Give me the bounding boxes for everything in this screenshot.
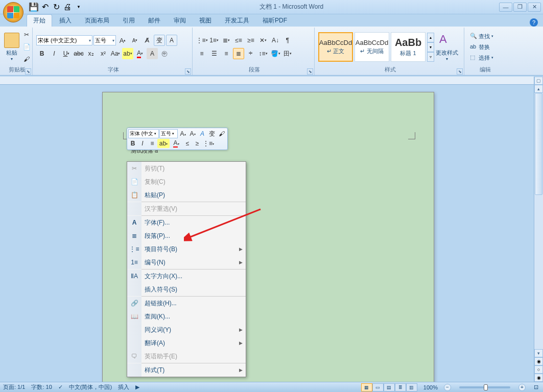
font-size-combo[interactable]: 五号▾ bbox=[93, 35, 116, 45]
status-language[interactable]: 中文(简体，中国) bbox=[69, 383, 112, 391]
view-draft[interactable]: ▥ bbox=[406, 383, 417, 391]
find-button[interactable]: 🔍查找▾ bbox=[468, 32, 495, 41]
change-case-icon[interactable]: Aa▾ bbox=[110, 48, 121, 59]
status-proofing-icon[interactable]: ✓ bbox=[58, 384, 63, 390]
redo-icon[interactable]: ↻ bbox=[51, 2, 61, 12]
zoom-thumb[interactable] bbox=[484, 384, 488, 390]
font-color-icon[interactable]: A▾ bbox=[134, 48, 146, 59]
prev-page-icon[interactable]: ◉ bbox=[534, 357, 543, 365]
menu-insert-symbol[interactable]: 插入符号(S) bbox=[127, 283, 246, 296]
mini-shrink-font-icon[interactable]: A▾ bbox=[188, 129, 197, 138]
status-page[interactable]: 页面: 1/1 bbox=[3, 383, 25, 391]
menu-synonyms[interactable]: 同义词(Y)▶ bbox=[127, 323, 246, 336]
vertical-scrollbar[interactable]: ▢ ▴ ▾ ◉ ○ ◉ bbox=[534, 77, 543, 382]
highlight-icon[interactable]: ab▾ bbox=[122, 48, 133, 59]
copy-icon[interactable]: 📄 bbox=[21, 41, 32, 53]
asian-layout-icon[interactable]: ✕▾ bbox=[257, 35, 269, 46]
status-words[interactable]: 字数: 10 bbox=[31, 383, 52, 391]
style-normal[interactable]: AaBbCcDd ↵ 正文 bbox=[318, 32, 353, 62]
menu-english-assistant[interactable]: 🗨英语助手(E) bbox=[127, 350, 246, 363]
superscript-icon[interactable]: x² bbox=[98, 48, 109, 59]
numbering-icon[interactable]: 1≡▾ bbox=[208, 35, 220, 46]
decrease-indent-icon[interactable]: ≤≡ bbox=[233, 35, 244, 46]
bullets-icon[interactable]: ⋮≡▾ bbox=[196, 35, 207, 46]
multilevel-icon[interactable]: ≣▾ bbox=[221, 35, 232, 46]
mini-center-icon[interactable]: ≡ bbox=[148, 139, 157, 148]
mini-styles-icon[interactable]: A bbox=[198, 129, 207, 138]
qat-dropdown-icon[interactable]: ▼ bbox=[74, 2, 84, 12]
zoom-out-button[interactable]: − bbox=[444, 384, 451, 391]
align-left-icon[interactable]: ≡ bbox=[196, 48, 207, 59]
format-painter-icon[interactable]: 🖌 bbox=[21, 54, 32, 65]
strikethrough-icon[interactable]: abc bbox=[73, 48, 84, 59]
mini-size-combo[interactable]: 五号▾ bbox=[159, 129, 178, 138]
menu-styles[interactable]: 样式(T)▶ bbox=[127, 363, 246, 377]
clear-format-icon[interactable]: A̸ bbox=[141, 35, 153, 46]
mini-font-combo[interactable]: 宋体 (中文▾ bbox=[128, 129, 159, 138]
menu-translate[interactable]: 翻译(A)▶ bbox=[127, 336, 246, 350]
menu-copy[interactable]: 📄复制(C) bbox=[127, 175, 246, 188]
tab-page-layout[interactable]: 页面布局 bbox=[79, 15, 115, 27]
mini-grow-font-icon[interactable]: A▴ bbox=[178, 129, 187, 138]
menu-paragraph[interactable]: ≣段落(P)... bbox=[127, 229, 246, 242]
mini-increase-indent-icon[interactable]: ≥ bbox=[193, 139, 202, 148]
align-center-icon[interactable]: ☰ bbox=[208, 48, 220, 59]
browse-object-icon[interactable]: ○ bbox=[534, 365, 543, 374]
tab-references[interactable]: 引用 bbox=[116, 15, 141, 27]
menu-reconvert[interactable]: 汉字重选(V) bbox=[127, 202, 246, 215]
zoom-slider[interactable] bbox=[459, 386, 510, 388]
office-button[interactable] bbox=[3, 2, 23, 22]
font-launcher[interactable]: ⬊ bbox=[185, 68, 191, 75]
undo-icon[interactable]: ↶ bbox=[40, 2, 50, 12]
next-page-icon[interactable]: ◉ bbox=[534, 374, 543, 382]
char-shading-icon[interactable]: A bbox=[147, 48, 158, 59]
menu-cut[interactable]: ✂剪切(T) bbox=[127, 162, 246, 175]
scroll-thumb[interactable] bbox=[535, 93, 542, 195]
help-icon[interactable]: ? bbox=[530, 18, 538, 27]
replace-button[interactable]: ab替换 bbox=[468, 42, 495, 52]
zoom-in-button[interactable]: + bbox=[518, 384, 526, 391]
tab-review[interactable]: 审阅 bbox=[168, 15, 192, 27]
status-macro-icon[interactable]: ▶ bbox=[135, 384, 139, 390]
paste-button[interactable]: 粘贴 ▾ bbox=[4, 30, 19, 64]
view-print-layout[interactable]: ▦ bbox=[361, 383, 372, 391]
scroll-track[interactable] bbox=[534, 93, 543, 349]
view-outline[interactable]: ≣ bbox=[395, 383, 406, 391]
style-gallery-scroll[interactable]: ▴ ▾ ▿ bbox=[427, 33, 434, 62]
menu-lookup[interactable]: 📖查阅(K)... bbox=[127, 310, 246, 323]
italic-icon[interactable]: I bbox=[49, 48, 60, 59]
view-full-screen[interactable]: ▭ bbox=[372, 383, 384, 391]
chevron-up-icon[interactable]: ▴ bbox=[427, 33, 434, 42]
align-right-icon[interactable]: ≡ bbox=[221, 48, 232, 59]
close-button[interactable]: ✕ bbox=[528, 3, 541, 12]
char-border-icon[interactable]: A bbox=[166, 35, 177, 46]
mini-phonetic-icon[interactable]: 变 bbox=[207, 129, 217, 138]
ruler-toggle-icon[interactable]: ▢ bbox=[534, 77, 543, 85]
zoom-fit-icon[interactable]: ⊡ bbox=[532, 384, 540, 390]
mini-bullets-icon[interactable]: ⋮≡▾ bbox=[202, 139, 215, 148]
minimize-button[interactable]: — bbox=[499, 3, 512, 12]
sort-icon[interactable]: A↓ bbox=[270, 35, 281, 46]
underline-icon[interactable]: U▾ bbox=[61, 48, 72, 59]
cut-icon[interactable]: ✂ bbox=[21, 29, 32, 40]
chevron-down-icon[interactable]: ▾ bbox=[427, 42, 434, 52]
save-icon[interactable]: 💾 bbox=[29, 2, 39, 12]
show-marks-icon[interactable]: ¶ bbox=[282, 35, 293, 46]
mini-font-color-icon[interactable]: A▾ bbox=[170, 139, 182, 148]
change-styles-button[interactable]: A 更改样式 ▾ bbox=[436, 30, 458, 64]
tab-foxit-pdf[interactable]: 福昕PDF bbox=[256, 15, 293, 27]
paragraph-launcher[interactable]: ⬊ bbox=[307, 68, 313, 75]
menu-numbering[interactable]: 1≡编号(N)▶ bbox=[127, 256, 246, 269]
mini-format-painter-icon[interactable]: 🖌 bbox=[217, 129, 226, 138]
borders-icon[interactable]: 田▾ bbox=[282, 48, 293, 59]
bold-icon[interactable]: B bbox=[36, 48, 48, 59]
zoom-level[interactable]: 100% bbox=[423, 384, 438, 390]
menu-hyperlink[interactable]: 🔗超链接(H)... bbox=[127, 297, 246, 310]
tab-mailings[interactable]: 邮件 bbox=[142, 15, 167, 27]
menu-text-direction[interactable]: ⅡA文字方向(X)... bbox=[127, 270, 246, 283]
phonetic-icon[interactable]: 变 bbox=[154, 35, 165, 46]
mini-highlight-icon[interactable]: ab▾ bbox=[157, 139, 170, 148]
enclose-char-icon[interactable]: ㊥ bbox=[159, 48, 170, 59]
scroll-down-icon[interactable]: ▾ bbox=[534, 349, 543, 357]
styles-launcher[interactable]: ⬊ bbox=[457, 68, 463, 75]
